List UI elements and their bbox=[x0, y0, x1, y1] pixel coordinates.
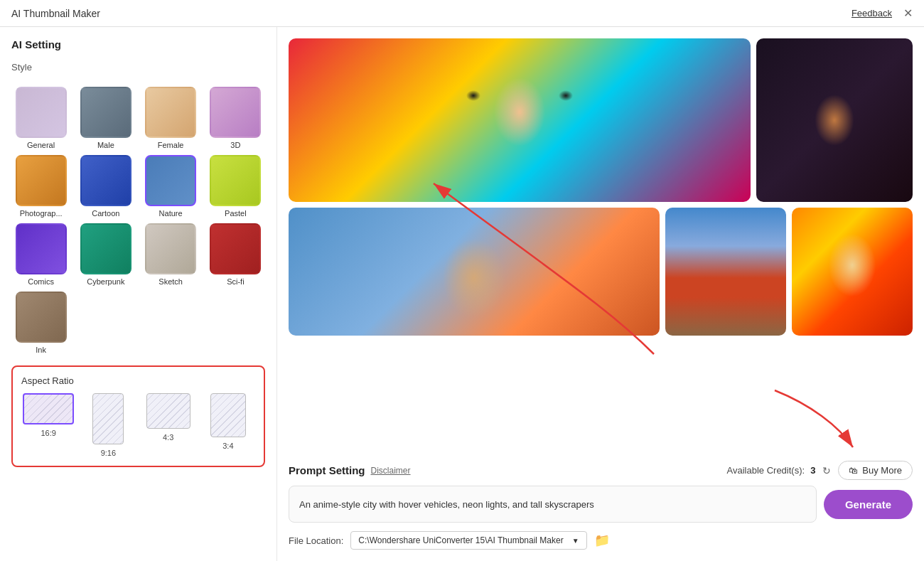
preview-bottom-left bbox=[289, 208, 660, 336]
style-label-pastel: Pastel bbox=[225, 209, 247, 218]
file-location-row: File Location: C:\Wondershare UniConvert… bbox=[289, 531, 913, 550]
style-label-female: Female bbox=[158, 141, 184, 149]
preview-face-1 bbox=[289, 38, 751, 202]
panel-title: AI Setting bbox=[11, 38, 265, 50]
style-item-ink[interactable]: Ink bbox=[11, 292, 70, 354]
prompt-input-row: An anime-style city with hover vehicles,… bbox=[289, 486, 913, 523]
style-item-3d[interactable]: 3D bbox=[206, 87, 265, 149]
aspect-diagonal-3-4 bbox=[211, 394, 245, 437]
dropdown-arrow-icon: ▼ bbox=[572, 537, 579, 545]
preview-main bbox=[289, 38, 751, 202]
aspect-label-16-9: 16:9 bbox=[41, 429, 55, 437]
aspect-item-3-4[interactable]: 3:4 bbox=[201, 393, 255, 457]
preview-bottom-row bbox=[289, 208, 913, 336]
style-thumb-male bbox=[80, 87, 131, 138]
aspect-diagonal-16-9 bbox=[24, 395, 72, 423]
refresh-credits-button[interactable]: ↻ bbox=[821, 464, 832, 478]
aspect-item-16-9[interactable]: 16:9 bbox=[21, 393, 75, 457]
aspect-box-3-4 bbox=[210, 393, 246, 437]
style-item-pastel[interactable]: Pastel bbox=[206, 155, 265, 218]
file-path-select[interactable]: C:\Wondershare UniConverter 15\AI Thumbn… bbox=[350, 531, 586, 550]
generate-button[interactable]: Generate bbox=[824, 490, 913, 519]
prompt-title: Prompt Setting bbox=[289, 464, 365, 476]
app-title: AI Thumbnail Maker bbox=[11, 8, 100, 19]
disclaimer-link[interactable]: Disclaimer bbox=[371, 466, 411, 476]
aspect-label-4-3: 4:3 bbox=[163, 433, 173, 442]
aspect-ratio-grid: 16:9 9:16 4:3 bbox=[21, 393, 255, 457]
style-thumb-3d bbox=[210, 87, 261, 138]
buy-more-label: Buy More bbox=[862, 465, 902, 476]
credits-count: 3 bbox=[810, 465, 815, 476]
aspect-item-9-16[interactable]: 9:16 bbox=[81, 393, 135, 457]
preview-grid bbox=[289, 38, 913, 452]
main-content: AI Setting Style General Male Female bbox=[0, 27, 924, 561]
aspect-box-9-16 bbox=[92, 393, 124, 444]
style-item-sketch[interactable]: Sketch bbox=[141, 223, 200, 286]
style-item-nature[interactable]: Nature bbox=[141, 155, 200, 218]
style-thumb-comics bbox=[16, 223, 67, 274]
prompt-text: An anime-style city with hover vehicles,… bbox=[299, 499, 594, 510]
folder-open-button[interactable]: 📁 bbox=[594, 533, 610, 548]
style-thumb-nature bbox=[145, 155, 196, 206]
style-thumb-female bbox=[145, 87, 196, 138]
preview-face-3 bbox=[289, 208, 660, 336]
aspect-diagonal-9-16 bbox=[93, 394, 123, 444]
style-item-general[interactable]: General bbox=[11, 87, 70, 149]
style-thumb-pastel bbox=[210, 155, 261, 206]
style-section-label: Style bbox=[11, 62, 265, 73]
style-label-general: General bbox=[27, 141, 55, 149]
aspect-ratio-section: Aspect Ratio 16:9 9:16 bbox=[11, 365, 265, 467]
aspect-box-16-9 bbox=[23, 393, 74, 424]
style-thumb-general bbox=[16, 87, 67, 138]
left-panel: AI Setting Style General Male Female bbox=[0, 27, 277, 561]
style-label-cyberpunk: Cyberpunk bbox=[87, 277, 124, 286]
feedback-link[interactable]: Feedback bbox=[852, 8, 892, 18]
title-bar-actions: Feedback ✕ bbox=[852, 6, 913, 20]
aspect-item-4-3[interactable]: 4:3 bbox=[141, 393, 195, 457]
preview-anime bbox=[792, 208, 913, 336]
style-label-3d: 3D bbox=[230, 141, 240, 149]
style-grid: General Male Female 3D Photograp... bbox=[11, 87, 265, 354]
style-thumb-scifi bbox=[210, 223, 261, 274]
buy-more-button[interactable]: 🛍 Buy More bbox=[838, 461, 913, 480]
aspect-diagonal-4-3 bbox=[147, 394, 190, 428]
prompt-header: Prompt Setting Disclaimer Available Cred… bbox=[289, 461, 913, 480]
style-item-cyberpunk[interactable]: Cyberpunk bbox=[76, 223, 135, 286]
style-thumb-sketch bbox=[145, 223, 196, 274]
style-label-ink: Ink bbox=[36, 346, 46, 354]
style-item-scifi[interactable]: Sci-fi bbox=[206, 223, 265, 286]
style-label-photography: Photograp... bbox=[20, 209, 63, 218]
right-panel: Prompt Setting Disclaimer Available Cred… bbox=[277, 27, 924, 561]
style-label-male: Male bbox=[97, 141, 114, 149]
prompt-title-group: Prompt Setting Disclaimer bbox=[289, 464, 411, 476]
prompt-input-box[interactable]: An anime-style city with hover vehicles,… bbox=[289, 486, 817, 523]
preview-face-2 bbox=[756, 38, 913, 202]
title-bar: AI Thumbnail Maker Feedback ✕ bbox=[0, 0, 924, 27]
app-window: AI Thumbnail Maker Feedback ✕ AI Setting… bbox=[0, 0, 924, 561]
aspect-label-9-16: 9:16 bbox=[101, 449, 116, 457]
style-thumb-photography bbox=[16, 155, 67, 206]
style-item-photography[interactable]: Photograp... bbox=[11, 155, 70, 218]
buy-more-icon: 🛍 bbox=[849, 465, 858, 476]
credits-area: Available Credit(s): 3 ↻ 🛍 Buy More bbox=[727, 461, 913, 480]
aspect-label-3-4: 3:4 bbox=[222, 442, 233, 450]
style-label-scifi: Sci-fi bbox=[227, 277, 244, 286]
preview-bottom-mid bbox=[665, 208, 786, 336]
file-path-text: C:\Wondershare UniConverter 15\AI Thumbn… bbox=[358, 535, 563, 545]
style-item-female[interactable]: Female bbox=[141, 87, 200, 149]
style-label-nature: Nature bbox=[159, 209, 183, 218]
close-button[interactable]: ✕ bbox=[903, 6, 913, 20]
preview-bottom-right bbox=[792, 208, 913, 336]
file-location-label: File Location: bbox=[289, 535, 343, 546]
aspect-ratio-label: Aspect Ratio bbox=[21, 375, 255, 386]
preview-car bbox=[665, 208, 786, 336]
folder-icon: 📁 bbox=[594, 533, 610, 547]
prompt-section: Prompt Setting Disclaimer Available Cred… bbox=[289, 461, 913, 523]
preview-top-right bbox=[756, 38, 913, 202]
style-thumb-cyberpunk bbox=[80, 223, 131, 274]
style-item-male[interactable]: Male bbox=[76, 87, 135, 149]
style-label-comics: Comics bbox=[28, 277, 54, 286]
style-label-cartoon: Cartoon bbox=[92, 209, 119, 218]
style-item-cartoon[interactable]: Cartoon bbox=[76, 155, 135, 218]
style-item-comics[interactable]: Comics bbox=[11, 223, 70, 286]
